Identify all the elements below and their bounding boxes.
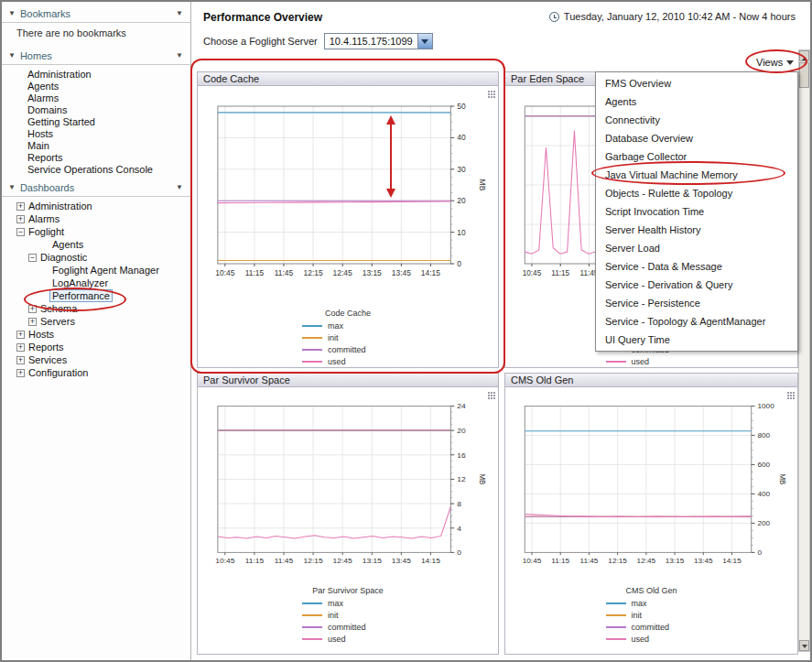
- home-item-alarms[interactable]: Alarms: [2, 92, 190, 104]
- dashboards-section-header[interactable]: ▼ Dashboards ▼: [2, 179, 190, 197]
- collapse-minus-icon[interactable]: −: [16, 228, 25, 236]
- server-select[interactable]: 10.4.115.175:1099: [324, 33, 433, 49]
- home-item-domains[interactable]: Domains: [2, 104, 190, 116]
- home-item-hosts[interactable]: Hosts: [2, 128, 190, 140]
- dashboard-node-schema[interactable]: +Schema: [2, 302, 190, 315]
- views-menu-item-agents[interactable]: Agents: [596, 92, 797, 111]
- dashboard-node-loganalyzer[interactable]: LogAnalyzer: [2, 277, 190, 289]
- svg-text:14:15: 14:15: [421, 558, 441, 566]
- dashboard-node-services[interactable]: +Services: [2, 353, 190, 366]
- views-menu-item-service-persistence[interactable]: Service - Persistence: [596, 294, 797, 312]
- tree-label-loganalyzer[interactable]: LogAnalyzer: [52, 277, 108, 288]
- chart-customizer-icon[interactable]: [787, 392, 789, 394]
- svg-text:11:15: 11:15: [551, 268, 569, 277]
- scroll-up-icon[interactable]: [799, 50, 809, 61]
- views-menu-item-script-invocation-time[interactable]: Script Invocation Time: [596, 202, 797, 221]
- home-item-administration[interactable]: Administration: [2, 69, 190, 81]
- dashboard-node-alarms[interactable]: +Alarms: [2, 212, 190, 225]
- expand-plus-icon[interactable]: +: [16, 202, 25, 211]
- chart-panel-header[interactable]: Code Cache: [198, 72, 498, 86]
- dropdown-arrow-icon[interactable]: [417, 34, 432, 49]
- home-item-main[interactable]: Main: [2, 140, 190, 152]
- legend-title: Par Survivor Space: [198, 585, 498, 597]
- chart-customizer-icon[interactable]: [488, 91, 490, 92]
- collapse-minus-icon[interactable]: −: [28, 254, 37, 262]
- tree-label-foglight[interactable]: Foglight: [28, 226, 64, 237]
- svg-text:12:15: 12:15: [304, 268, 323, 277]
- chart-customizer-icon[interactable]: [488, 392, 490, 394]
- tree-label-servers[interactable]: Servers: [40, 316, 75, 327]
- legend-swatch-committed: [606, 626, 626, 628]
- tree-label-agents[interactable]: Agents: [52, 239, 83, 250]
- time-range-selector[interactable]: Tuesday, January 12, 2010 10:42 AM - Now…: [549, 11, 796, 22]
- expand-plus-icon[interactable]: +: [16, 215, 25, 223]
- tree-label-diagnostic[interactable]: Diagnostic: [40, 252, 87, 263]
- dashboard-node-reports[interactable]: +Reports: [2, 341, 190, 353]
- scrollbar-thumb[interactable]: [799, 62, 809, 88]
- svg-text:10:45: 10:45: [215, 558, 235, 566]
- expand-plus-icon[interactable]: +: [28, 318, 37, 326]
- views-menu-item-ui-query-time[interactable]: UI Query Time: [596, 331, 797, 349]
- home-item-reports[interactable]: Reports: [2, 152, 190, 164]
- tree-label-reports[interactable]: Reports: [28, 342, 64, 353]
- expand-plus-icon[interactable]: +: [16, 356, 25, 364]
- tree-label-administration[interactable]: Administration: [28, 201, 92, 212]
- dashboard-node-configuration[interactable]: +Configuration: [2, 366, 190, 379]
- tree-label-alarms[interactable]: Alarms: [28, 213, 60, 224]
- chart-panel-cms-old-gen: CMS Old Gen 02004006008001000MB10:4511:1…: [504, 373, 798, 655]
- chart-panel-header[interactable]: Par Survivor Space: [198, 374, 498, 387]
- section-options-icon[interactable]: ▼: [176, 52, 183, 60]
- tree-label-foglight-agent-manager[interactable]: Foglight Agent Manager: [52, 265, 159, 276]
- tree-label-performance[interactable]: Performance: [49, 289, 113, 302]
- scroll-down-icon[interactable]: [799, 640, 809, 651]
- views-menu-item-database-overview[interactable]: Database Overview: [596, 129, 797, 147]
- chart-plot[interactable]: 02004006008001000MB10:4511:1511:4512:151…: [505, 387, 797, 581]
- expand-plus-icon[interactable]: +: [28, 305, 37, 313]
- dashboard-node-foglight-agent-manager[interactable]: Foglight Agent Manager: [2, 264, 190, 277]
- expand-plus-icon[interactable]: +: [16, 331, 25, 339]
- legend-item-committed: committed: [302, 343, 394, 355]
- tree-label-configuration[interactable]: Configuration: [28, 367, 88, 378]
- homes-section-header[interactable]: ▼ Homes ▼: [2, 48, 190, 65]
- expand-plus-icon[interactable]: +: [16, 343, 25, 352]
- svg-text:MB: MB: [478, 473, 486, 484]
- svg-text:8: 8: [457, 500, 461, 508]
- dashboard-node-foglight[interactable]: −Foglight: [2, 225, 190, 238]
- dashboard-node-performance[interactable]: Performance: [2, 289, 190, 302]
- vertical-scrollbar[interactable]: [798, 49, 810, 652]
- legend-item-init: init: [606, 609, 698, 621]
- dashboard-node-servers[interactable]: +Servers: [2, 315, 190, 328]
- dashboard-node-agents[interactable]: Agents: [2, 238, 190, 251]
- views-menu-item-service-topology-agentmanager[interactable]: Service - Topology & AgentManager: [596, 312, 797, 331]
- svg-text:12: 12: [457, 475, 466, 483]
- views-menu-item-connectivity[interactable]: Connectivity: [596, 111, 797, 129]
- views-menu-item-objects-rulette-topology[interactable]: Objects - Rulette & Topology: [596, 184, 797, 202]
- views-menu-item-fms-overview[interactable]: FMS Overview: [596, 74, 797, 92]
- chart-panel-header[interactable]: CMS Old Gen: [505, 374, 797, 387]
- expand-plus-icon[interactable]: +: [16, 369, 25, 377]
- views-menu-item-service-data-message[interactable]: Service - Data & Message: [596, 257, 797, 276]
- views-button[interactable]: Views: [756, 56, 794, 69]
- home-item-service-operations-console[interactable]: Service Operations Console: [2, 164, 190, 176]
- collapse-triangle-icon: ▼: [8, 184, 16, 191]
- views-menu-item-java-virtual-machine-memory[interactable]: Java Virtual Machine Memory: [596, 166, 797, 184]
- dashboard-node-administration[interactable]: +Administration: [2, 200, 190, 212]
- tree-label-services[interactable]: Services: [28, 354, 67, 365]
- views-menu-item-server-load[interactable]: Server Load: [596, 239, 797, 257]
- section-options-icon[interactable]: ▼: [176, 184, 183, 191]
- tree-label-hosts[interactable]: Hosts: [28, 329, 54, 340]
- dashboard-node-hosts[interactable]: +Hosts: [2, 328, 190, 341]
- section-options-icon[interactable]: ▼: [176, 10, 183, 17]
- tree-label-schema[interactable]: Schema: [40, 303, 77, 314]
- chart-plot[interactable]: 01020304050MB10:4511:1511:4512:1512:4513…: [198, 86, 498, 295]
- svg-text:11:15: 11:15: [245, 558, 265, 566]
- views-menu-item-service-derivation-query[interactable]: Service - Derivation & Query: [596, 276, 797, 294]
- bookmarks-section-header[interactable]: ▼ Bookmarks ▼: [2, 5, 190, 23]
- dashboard-node-diagnostic[interactable]: −Diagnostic: [2, 251, 190, 264]
- home-item-getting-started[interactable]: Getting Started: [2, 116, 190, 128]
- chart-title: CMS Old Gen: [511, 374, 573, 385]
- views-menu-item-server-health-history[interactable]: Server Health History: [596, 221, 797, 239]
- views-menu-item-garbage-collector[interactable]: Garbage Collector: [596, 147, 797, 166]
- chart-plot[interactable]: 04812162024MB10:4511:1511:4512:1512:4513…: [198, 387, 498, 581]
- home-item-agents[interactable]: Agents: [2, 81, 190, 92]
